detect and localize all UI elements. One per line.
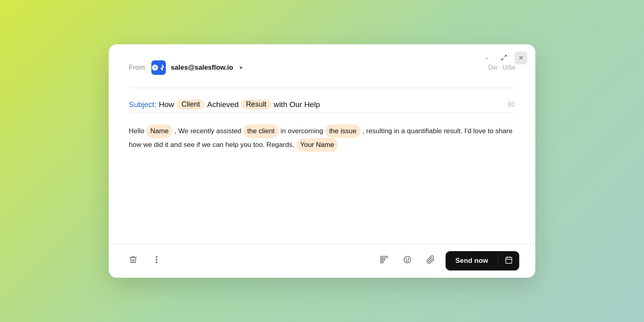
from-avatars: Dw Udw bbox=[488, 64, 515, 71]
char-count: 80 bbox=[508, 101, 515, 109]
subject-prefix: How bbox=[159, 100, 174, 109]
email-body: From: ≋ sales@salesflow.io ▾ Dw Udw bbox=[109, 44, 535, 244]
subject-text: How Client Achieved Result with Our Help bbox=[159, 99, 333, 109]
emoji-button[interactable] bbox=[399, 252, 416, 269]
schedule-send-button[interactable] bbox=[498, 251, 519, 270]
email-compose-modal: − ✕ From: ≋ bbox=[109, 44, 535, 278]
from-row: From: ≋ sales@salesflow.io ▾ Dw Udw bbox=[129, 60, 515, 75]
attachment-button[interactable] bbox=[422, 252, 439, 269]
subject-suffix: with Our Help bbox=[274, 100, 320, 109]
svg-point-11 bbox=[408, 258, 409, 259]
body-token-client[interactable]: the client bbox=[243, 124, 279, 138]
svg-text:≋: ≋ bbox=[153, 66, 156, 70]
subject-label: Subject: bbox=[129, 100, 157, 109]
send-now-button[interactable]: Send now bbox=[446, 251, 498, 270]
svg-point-3 bbox=[156, 256, 157, 258]
from-divider bbox=[129, 88, 515, 88]
trash-icon bbox=[129, 255, 138, 266]
toolbar: Send now bbox=[109, 244, 535, 278]
window-controls: − ✕ bbox=[481, 52, 527, 64]
emoji-icon bbox=[403, 255, 412, 266]
close-button[interactable]: ✕ bbox=[514, 52, 527, 64]
svg-rect-12 bbox=[506, 257, 512, 263]
minimize-icon: − bbox=[485, 55, 489, 62]
subject-token-client[interactable]: Client bbox=[177, 99, 205, 109]
svg-rect-7 bbox=[381, 259, 385, 260]
body-text[interactable]: Hello Name , We recently assisted the cl… bbox=[129, 124, 515, 152]
send-now-wrapper[interactable]: Send now bbox=[446, 251, 519, 270]
body-token-issue[interactable]: the issue bbox=[325, 124, 361, 138]
svg-point-10 bbox=[406, 258, 407, 259]
body-token-your-name[interactable]: Your Name bbox=[296, 138, 338, 152]
avatar-dw: Dw bbox=[488, 64, 497, 71]
calendar-icon bbox=[505, 256, 513, 266]
body-text2: in overcoming bbox=[281, 127, 323, 135]
template-button[interactable] bbox=[376, 252, 392, 269]
svg-point-9 bbox=[404, 256, 411, 263]
sender-logo: ≋ bbox=[151, 60, 166, 75]
avatar-udw: Udw bbox=[502, 64, 515, 71]
body-greeting: Hello bbox=[129, 127, 144, 135]
more-dots-icon bbox=[155, 255, 158, 266]
subject-token-result[interactable]: Result bbox=[241, 99, 271, 109]
expand-icon bbox=[501, 54, 507, 62]
dropdown-arrow-icon[interactable]: ▾ bbox=[239, 64, 242, 71]
delete-button[interactable] bbox=[125, 252, 142, 269]
close-icon: ✕ bbox=[518, 54, 524, 62]
subject-row: Subject: How Client Achieved Result with… bbox=[129, 99, 515, 109]
body-text1: , We recently assisted bbox=[175, 127, 242, 135]
from-label: From: bbox=[129, 64, 147, 72]
body-token-name[interactable]: Name bbox=[146, 124, 172, 138]
minimize-button[interactable]: − bbox=[481, 52, 493, 64]
expand-button[interactable] bbox=[497, 52, 510, 64]
paperclip-icon bbox=[426, 255, 435, 266]
subject-middle: Achieved bbox=[207, 100, 239, 109]
more-options-button[interactable] bbox=[148, 252, 165, 269]
svg-point-4 bbox=[156, 259, 157, 260]
sender-email[interactable]: sales@salesflow.io bbox=[171, 64, 233, 72]
template-icon bbox=[380, 255, 388, 266]
svg-rect-8 bbox=[381, 262, 383, 263]
svg-point-5 bbox=[156, 261, 157, 263]
svg-rect-6 bbox=[381, 256, 388, 258]
subject-divider bbox=[129, 113, 515, 113]
